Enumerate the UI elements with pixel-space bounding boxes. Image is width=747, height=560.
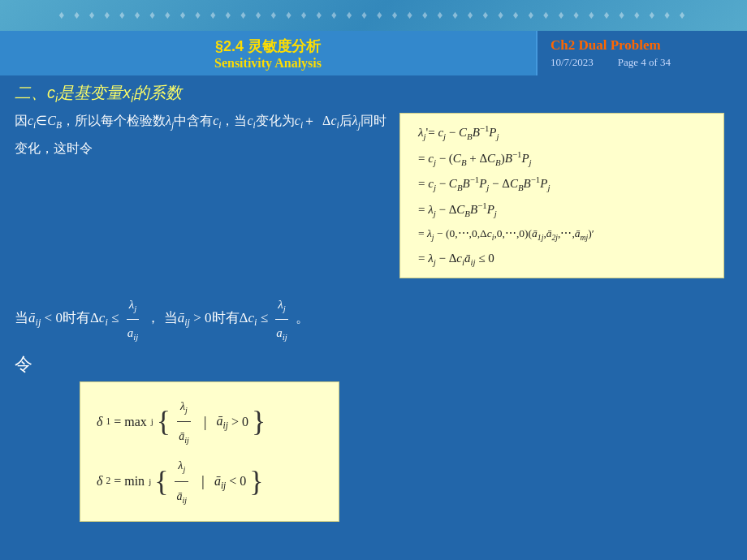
equation-box: λj'= cj − CBB−1Pj = cj − (CB + ΔCB)B−1Pj… bbox=[399, 113, 724, 278]
section-heading: 二、ci是基变量xi的系数 bbox=[15, 82, 732, 105]
eq-line-3: = cj − CBB−1Pj − ΔCBB−1Pj bbox=[418, 171, 709, 197]
date-label: 10/7/2023 bbox=[551, 56, 594, 69]
eq-line-6: = λj − Δciāij ≤ 0 bbox=[418, 246, 709, 272]
eq-line-1: λj'= cj − CBB−1Pj bbox=[418, 120, 709, 146]
ling-label: 令 bbox=[15, 352, 732, 377]
header-title: §2.4 灵敏度分析 Sensitivity Analysis bbox=[0, 31, 536, 75]
top-decoration bbox=[0, 0, 747, 31]
eq-line-2: = cj − (CB + ΔCB)B−1Pj bbox=[418, 146, 709, 172]
section-title-english: Sensitivity Analysis bbox=[214, 56, 322, 71]
section-title-chinese: §2.4 灵敏度分析 bbox=[215, 37, 321, 56]
delta2-line: δ2 = minj { λj āij | āij < 0 } bbox=[97, 451, 322, 511]
delta-equation-box: δ1 = maxj { λj āij | āij > 0 } δ2 = minj… bbox=[80, 381, 339, 523]
header-right: Ch2 Dual Problem 10/7/2023 Page 4 of 34 bbox=[536, 31, 747, 75]
header-meta: 10/7/2023 Page 4 of 34 bbox=[551, 56, 671, 69]
eq-line-5: = λj − (0,⋯,0,Δci,0,⋯,0)(ā1j,ā2j,⋯,āmj)′ bbox=[418, 222, 709, 245]
main-content: 二、ci是基变量xi的系数 λj'= cj − CBB−1Pj = cj − (… bbox=[0, 75, 747, 560]
delta1-line: δ1 = maxj { λj āij | āij > 0 } bbox=[97, 392, 322, 452]
chapter-title: Ch2 Dual Problem bbox=[551, 37, 661, 54]
inequality-line: 当āij < 0时有Δci ≤ λj aij ， 当āij > 0时有Δci ≤… bbox=[15, 288, 732, 347]
eq-line-4: = λj − ΔCBB−1Pj bbox=[418, 197, 709, 223]
header: §2.4 灵敏度分析 Sensitivity Analysis Ch2 Dual… bbox=[0, 31, 747, 75]
intro-block: λj'= cj − CBB−1Pj = cj − (CB + ΔCB)B−1Pj… bbox=[15, 110, 732, 283]
page-info: Page 4 of 34 bbox=[618, 56, 671, 69]
